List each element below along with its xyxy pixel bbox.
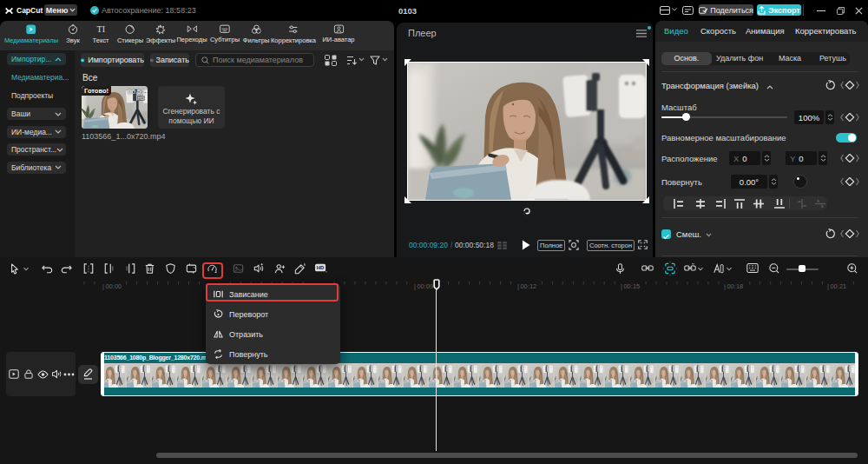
svg-text:HD: HD	[317, 265, 325, 270]
svg-text:TI: TI	[96, 24, 104, 34]
